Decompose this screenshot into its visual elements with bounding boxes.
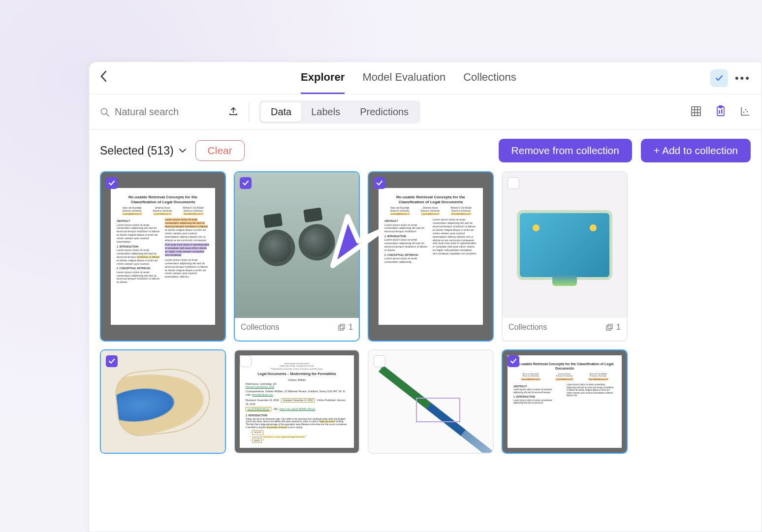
clipboard-icon — [715, 105, 726, 117]
card-checkbox[interactable] — [508, 355, 519, 367]
stack-icon — [338, 323, 346, 331]
tabs-nav: Explorer Model Evaluation Collections — [301, 62, 516, 94]
scatter-chart-icon — [740, 106, 751, 117]
grid-card[interactable]: Collections 1 — [234, 171, 360, 342]
app-frame: Explorer Model Evaluation Collections ••… — [89, 62, 762, 532]
grid-card[interactable] — [100, 349, 226, 454]
grid-card[interactable]: International Law ResearchISSN 1927-5234… — [234, 349, 360, 454]
svg-rect-2 — [692, 107, 700, 116]
search-field[interactable] — [100, 106, 218, 118]
doc-title: Re-usable Retrieval Concepts for the Cla… — [117, 195, 209, 205]
check-icon — [108, 358, 115, 365]
thumbnail-image — [369, 350, 493, 453]
grid-card[interactable]: Re-usable Retrieval Concepts for the Cla… — [502, 349, 628, 454]
svg-rect-9 — [719, 110, 720, 114]
check-icon — [242, 180, 249, 187]
svg-rect-16 — [606, 326, 611, 330]
chevron-down-icon — [179, 148, 187, 153]
svg-rect-15 — [340, 324, 345, 329]
collections-label: Collections — [241, 323, 279, 332]
check-icon — [376, 180, 383, 187]
toolbar: Data Labels Predictions — [89, 94, 762, 130]
add-to-collection-button[interactable]: + Add to collection — [641, 139, 751, 162]
card-checkbox[interactable] — [508, 177, 519, 189]
card-meta: Collections 1 — [503, 318, 627, 337]
check-icon — [108, 180, 115, 187]
upload-icon — [228, 106, 239, 117]
check-icon — [715, 74, 724, 83]
results-grid: Re-usable Retrieval Concepts for the Cla… — [89, 171, 762, 465]
doc-title: Re-usable Retrieval Concepts for the Cla… — [384, 195, 477, 205]
chart-view-button[interactable] — [740, 106, 751, 119]
card-meta: Collections 1 — [235, 318, 359, 337]
thumbnail-image — [235, 172, 359, 318]
search-icon — [100, 107, 110, 117]
grid-card[interactable]: Re-usable Retrieval Concepts for the Cla… — [100, 171, 226, 342]
grid-icon — [691, 106, 701, 117]
remove-from-collection-button[interactable]: Remove from collection — [499, 139, 632, 162]
segment-predictions[interactable]: Predictions — [350, 102, 418, 122]
topbar: Explorer Model Evaluation Collections ••… — [89, 62, 762, 94]
view-segment-group: Data Labels Predictions — [259, 100, 420, 124]
tab-explorer[interactable]: Explorer — [301, 62, 345, 94]
status-check-chip[interactable] — [710, 69, 728, 87]
svg-rect-10 — [721, 109, 723, 114]
svg-point-0 — [101, 108, 107, 114]
grid-card[interactable]: Collections 1 — [502, 171, 628, 342]
card-checkbox[interactable] — [106, 177, 118, 189]
card-checkbox[interactable] — [106, 355, 118, 367]
grid-card[interactable] — [368, 349, 494, 454]
stack-icon — [605, 323, 613, 331]
svg-point-13 — [747, 111, 748, 112]
card-checkbox[interactable] — [374, 177, 385, 189]
svg-rect-17 — [608, 324, 612, 329]
upload-button[interactable] — [228, 106, 239, 119]
grid-card[interactable]: Re-usable Retrieval Concepts for the Cla… — [368, 171, 494, 342]
clear-button[interactable]: Clear — [195, 140, 245, 161]
thumbnail-image — [101, 350, 225, 453]
more-menu-button[interactable]: ••• — [735, 72, 751, 85]
svg-point-12 — [745, 109, 747, 110]
tab-model-evaluation[interactable]: Model Evaluation — [362, 62, 445, 94]
card-checkbox[interactable] — [374, 355, 385, 367]
svg-point-11 — [743, 111, 745, 113]
thumbnail-image — [503, 172, 627, 318]
table-view-button[interactable] — [691, 106, 701, 119]
segment-labels[interactable]: Labels — [301, 102, 350, 122]
action-bar: Selected (513) Clear Remove from collect… — [89, 130, 762, 171]
collections-label: Collections — [508, 323, 547, 332]
svg-rect-14 — [339, 326, 343, 330]
check-icon — [510, 358, 517, 365]
back-button[interactable] — [100, 70, 107, 86]
segment-data[interactable]: Data — [261, 102, 301, 122]
tab-collections[interactable]: Collections — [463, 62, 516, 94]
card-checkbox[interactable] — [240, 177, 252, 189]
chevron-left-icon — [100, 70, 107, 82]
card-checkbox[interactable] — [240, 355, 252, 367]
svg-line-1 — [107, 114, 109, 116]
search-input[interactable] — [115, 106, 203, 118]
clipboard-view-button[interactable] — [715, 105, 726, 119]
separator — [249, 103, 249, 122]
selected-dropdown[interactable]: Selected (513) — [100, 144, 187, 157]
selected-count-label: Selected (513) — [100, 144, 174, 157]
